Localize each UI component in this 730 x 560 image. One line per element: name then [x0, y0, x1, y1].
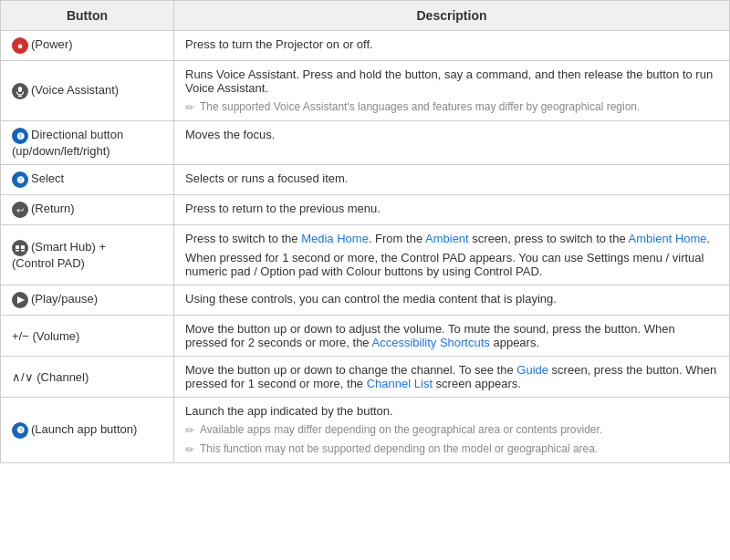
svg-point-6 — [12, 240, 28, 256]
button-label: (Play/pause) — [31, 292, 98, 306]
svg-rect-10 — [21, 250, 25, 252]
note-icon: ✏ — [185, 101, 194, 114]
description-text: Move the button up or down to change the… — [185, 363, 718, 390]
note-icon: ✏ — [185, 443, 194, 456]
button-cell: ∧/∨ (Channel) — [1, 357, 174, 398]
button-label: +/− (Volume) — [12, 329, 79, 343]
table-row: ●(Power)Press to turn the Projector on o… — [1, 31, 730, 61]
description-link[interactable]: Ambient — [425, 232, 469, 245]
description-link[interactable]: Accessibility Shortcuts — [372, 336, 490, 349]
description-text: Runs Voice Assistant. Press and hold the… — [185, 67, 718, 95]
button-cell: ❶Directional button(up/down/left/right) — [1, 121, 174, 165]
button-label: Directional button(up/down/left/right) — [12, 128, 123, 158]
button-label: (Power) — [31, 37, 73, 51]
description-text: Press to return to the previous menu. — [185, 202, 718, 215]
button-description-table: Button Description ●(Power)Press to turn… — [0, 0, 730, 463]
note-text: ✏ The supported Voice Assistant's langua… — [185, 100, 718, 114]
description-text: Press to turn the Projector on or off. — [185, 37, 718, 51]
description-cell: Move the button up or down to adjust the… — [174, 316, 730, 357]
svg-text:↩: ↩ — [16, 205, 24, 215]
launch-app-icon: ❸ — [12, 422, 28, 439]
description-cell: Press to return to the previous menu. — [174, 195, 730, 225]
description-cell: Press to turn the Projector on or off. — [174, 31, 730, 61]
description-text: Selects or runs a focused item. — [185, 171, 718, 185]
button-cell: (Smart Hub) +(Control PAD) — [1, 225, 174, 285]
svg-rect-7 — [16, 245, 19, 249]
note-icon: ✏ — [185, 424, 194, 437]
header-button: Button — [1, 1, 174, 31]
button-cell: ●(Power) — [1, 31, 174, 61]
svg-rect-8 — [21, 245, 25, 249]
description-link[interactable]: Media Home — [301, 232, 369, 245]
button-cell: ↩(Return) — [1, 195, 174, 225]
description-cell: Launch the app indicated by the button. … — [174, 398, 730, 463]
description-text: Press to switch to the Media Home. From … — [185, 232, 718, 245]
table-row: (Play/pause)Using these controls, you ca… — [1, 285, 730, 316]
description-text: Using these controls, you can control th… — [185, 292, 718, 306]
select-icon: ❷ — [12, 171, 28, 188]
header-description: Description — [174, 1, 730, 31]
description-cell: Move the button up or down to change the… — [174, 357, 730, 398]
play-pause-icon — [12, 292, 28, 308]
note-text: ✏ Available apps may differ depending on… — [185, 423, 718, 437]
button-cell: ❸(Launch app button) — [1, 398, 174, 463]
table-row: (Smart Hub) +(Control PAD)Press to switc… — [1, 225, 730, 285]
button-label: (Return) — [31, 202, 75, 215]
button-label: Select — [31, 171, 64, 185]
button-cell: ❷Select — [1, 165, 174, 195]
smarthub-icon — [12, 240, 28, 256]
button-label: ∧/∨ (Channel) — [12, 370, 89, 384]
power-icon: ● — [12, 37, 28, 54]
button-cell: (Play/pause) — [1, 285, 174, 316]
table-row: ❸(Launch app button)Launch the app indic… — [1, 398, 730, 463]
description-text: Moves the focus. — [185, 128, 718, 141]
table-row: +/− (Volume)Move the button up or down t… — [1, 316, 730, 357]
description-text: When pressed for 1 second or more, the C… — [185, 251, 718, 278]
mic-icon — [12, 83, 28, 99]
button-label: (Launch app button) — [31, 422, 137, 436]
description-text: Move the button up or down to adjust the… — [185, 322, 718, 349]
button-cell: +/− (Volume) — [1, 316, 174, 357]
description-link[interactable]: Channel List — [367, 377, 433, 390]
description-cell: Using these controls, you can control th… — [174, 285, 730, 316]
button-cell: (Voice Assistant) — [1, 61, 174, 121]
directional-icon: ❶ — [12, 128, 28, 144]
table-row: ↩(Return)Press to return to the previous… — [1, 195, 730, 225]
button-label: (Voice Assistant) — [31, 83, 119, 97]
svg-rect-9 — [16, 250, 19, 252]
table-row: (Voice Assistant)Runs Voice Assistant. P… — [1, 61, 730, 121]
description-link[interactable]: Ambient Home — [629, 232, 707, 245]
description-cell: Selects or runs a focused item. — [174, 165, 730, 195]
description-cell: Runs Voice Assistant. Press and hold the… — [174, 61, 730, 121]
table-row: ❶Directional button(up/down/left/right)M… — [1, 121, 730, 165]
svg-rect-1 — [18, 87, 22, 92]
description-cell: Press to switch to the Media Home. From … — [174, 225, 730, 285]
note-text: ✏ This function may not be supported dep… — [185, 442, 718, 456]
return-icon: ↩ — [12, 202, 28, 218]
table-row: ❷SelectSelects or runs a focused item. — [1, 165, 730, 195]
description-link[interactable]: Guide — [516, 363, 548, 377]
description-text: Launch the app indicated by the button. — [185, 404, 718, 418]
table-row: ∧/∨ (Channel)Move the button up or down … — [1, 357, 730, 398]
description-cell: Moves the focus. — [174, 121, 730, 165]
